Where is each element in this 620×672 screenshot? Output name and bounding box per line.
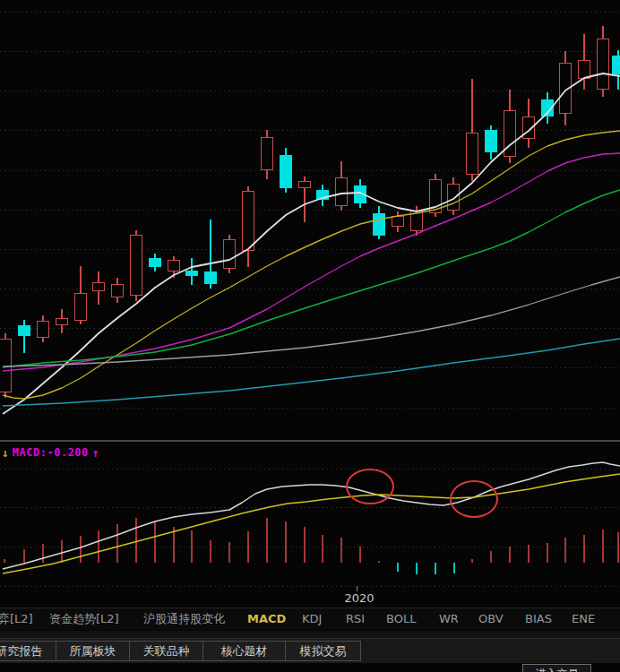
indicator-tab-kdj[interactable]: KDJ	[302, 608, 322, 630]
indicator-tab-boll[interactable]: BOLL	[386, 608, 416, 630]
date-axis: 2020	[0, 590, 620, 607]
macd-indicator-panel[interactable]	[0, 443, 620, 591]
indicator-tab-idx2[interactable]: 沪股通持股变化	[143, 608, 225, 630]
stock-chart-window: ↓ MACD:-0.200 ↑ 2020 弈[L2]资金趋势[L2]沪股通持股变…	[0, 0, 620, 672]
function-tab-0[interactable]: 研究报告	[0, 641, 56, 661]
function-tab-2[interactable]: 关联品种	[129, 641, 203, 661]
indicator-tab-macd[interactable]: MACD	[247, 608, 286, 630]
macd-info-row: ↓ MACD:-0.200 ↑	[2, 445, 99, 460]
macd-value-label: MACD:-0.200	[13, 446, 89, 459]
macd-up-arrow-icon: ↑	[92, 446, 99, 460]
panel-splitter[interactable]	[0, 631, 620, 638]
enter-trade-button[interactable]: 进入交易	[522, 664, 591, 672]
function-tab-1[interactable]: 所属板块	[56, 641, 130, 661]
indicator-tab-obv[interactable]: OBV	[478, 608, 504, 630]
indicator-tab-l2[interactable]: 资金趋势[L2]	[49, 608, 119, 630]
indicator-tab-bar: 弈[L2]资金趋势[L2]沪股通持股变化MACDKDJRSIBOLLWROBVB…	[0, 607, 620, 630]
function-tab-3[interactable]: 核心题材	[202, 641, 286, 661]
indicator-tab-bias[interactable]: BIAS	[525, 608, 552, 630]
function-tab-bar: 研究报告所属板块关联品种核心题材模拟交易	[0, 638, 620, 663]
panel-divider[interactable]	[0, 440, 620, 442]
date-axis-label: 2020	[339, 591, 380, 605]
indicator-tab-ene[interactable]: ENE	[572, 608, 595, 630]
function-tab-4[interactable]: 模拟交易	[285, 641, 361, 661]
indicator-down-arrow-icon: ↓	[2, 446, 9, 460]
indicator-tab-rsi[interactable]: RSI	[346, 608, 365, 630]
indicator-tab-l2[interactable]: 弈[L2]	[0, 608, 33, 630]
indicator-tab-wr[interactable]: WR	[439, 608, 459, 630]
candlestick-chart[interactable]	[0, 0, 620, 440]
